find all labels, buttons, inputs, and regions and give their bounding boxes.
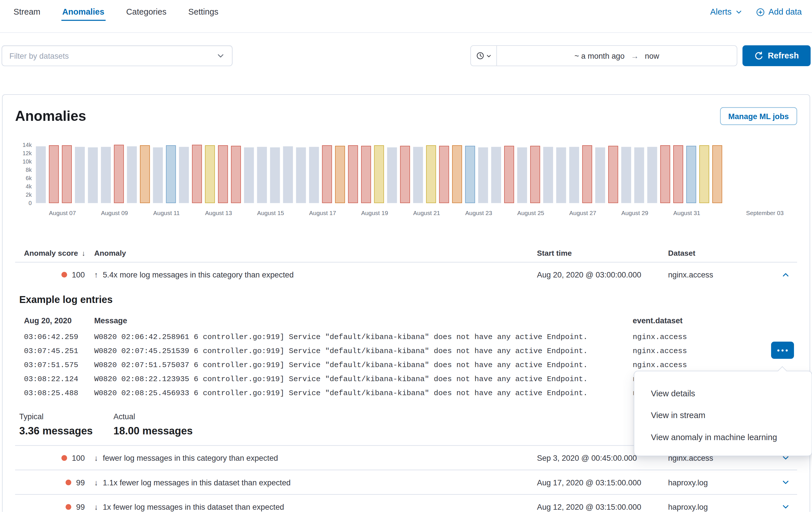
chart-bar[interactable] — [179, 147, 189, 203]
chart-bar[interactable] — [517, 147, 527, 203]
x-tick-label: August 13 — [205, 210, 232, 216]
chart-bar[interactable] — [335, 145, 345, 203]
dataset-filter-select[interactable]: Filter by datasets — [1, 45, 232, 66]
chart-bar[interactable] — [673, 145, 683, 203]
log-entry-actions-button[interactable] — [771, 342, 794, 359]
actual-stat: Actual 18.00 messages — [113, 412, 207, 437]
chart-bar[interactable] — [283, 146, 293, 203]
x-tick-label: August 17 — [309, 210, 336, 216]
chart-bar[interactable] — [49, 145, 59, 203]
chart-bar[interactable] — [244, 147, 254, 203]
manage-ml-jobs-button[interactable]: Manage ML jobs — [720, 107, 797, 125]
arrow-down-icon: ↓ — [94, 478, 98, 486]
chart-bar[interactable] — [465, 145, 475, 203]
chart-bar[interactable] — [127, 146, 137, 203]
x-tick-label: August 11 — [153, 210, 180, 216]
chart-bar[interactable] — [608, 145, 618, 203]
chart-bar[interactable] — [88, 147, 98, 203]
expand-row-button[interactable] — [778, 475, 793, 489]
filter-bar: Filter by datasets ~ a month ago → now — [1, 45, 811, 66]
chart-bar[interactable] — [361, 145, 371, 203]
chart-bar[interactable] — [491, 147, 501, 203]
chart-bar[interactable] — [426, 145, 436, 203]
chart-bar[interactable] — [257, 147, 267, 203]
anomaly-row-3[interactable]: 99 ↓ 1x fewer log messages in this datas… — [15, 495, 797, 512]
quick-select-time-button[interactable] — [471, 46, 497, 65]
x-tick-label: August 29 — [621, 210, 648, 216]
chart-bar[interactable] — [309, 147, 319, 203]
chart-bar[interactable] — [166, 145, 176, 203]
actual-value: 18.00 messages — [113, 425, 207, 437]
add-data-button[interactable]: Add data — [756, 7, 802, 17]
column-header-start-time: Start time — [537, 248, 668, 257]
dataset-cell: nginx.access — [668, 270, 774, 279]
chart-bar[interactable] — [595, 147, 605, 203]
tab-anomalies[interactable]: Anomalies — [61, 3, 105, 21]
tab-categories[interactable]: Categories — [125, 3, 167, 21]
chart-bar[interactable] — [62, 145, 72, 203]
log-dataset: nginx.access — [633, 358, 797, 372]
tab-stream[interactable]: Stream — [12, 3, 41, 21]
menu-item-view-in-stream[interactable]: View in stream — [634, 405, 812, 426]
chart-bar[interactable] — [660, 145, 670, 203]
start-time-cell: Aug 20, 2020 @ 03:00:00.000 — [537, 270, 668, 279]
menu-item-view-details[interactable]: View details — [634, 383, 812, 405]
chart-bar[interactable] — [556, 147, 566, 203]
typical-stat: Typical 3.36 messages — [19, 412, 113, 437]
log-time: 03:06:42.259 — [24, 330, 94, 344]
refresh-button[interactable]: Refresh — [743, 45, 811, 66]
x-tick-label: August 15 — [257, 210, 284, 216]
start-time-cell: Aug 17, 2020 @ 03:15:00.000 — [537, 478, 668, 486]
chart-bar[interactable] — [400, 145, 410, 203]
expand-row-button[interactable] — [778, 500, 793, 512]
menu-item-view-anomaly-in-ml[interactable]: View anomaly in machine learning — [634, 426, 812, 448]
chart-bar[interactable] — [192, 145, 202, 203]
chart-bar[interactable] — [478, 147, 488, 203]
chart-bar[interactable] — [530, 145, 540, 203]
chart-bar[interactable] — [634, 147, 644, 203]
chevron-down-icon — [486, 53, 492, 59]
chart-bar[interactable] — [322, 145, 332, 203]
chart-bar[interactable] — [699, 145, 709, 203]
chart-bar[interactable] — [569, 147, 579, 203]
tab-settings[interactable]: Settings — [187, 3, 219, 21]
anomaly-cell: ↓ 1x fewer log messages in this dataset … — [94, 502, 537, 511]
chart-bar[interactable] — [687, 145, 696, 203]
chart-bar[interactable] — [504, 145, 514, 203]
chart-bar[interactable] — [270, 147, 280, 203]
chart-bar[interactable] — [621, 147, 631, 203]
chart-bar[interactable] — [387, 147, 397, 203]
chart-bar[interactable] — [296, 147, 306, 203]
anomaly-score-cell: 100 — [24, 270, 94, 279]
chart-bar[interactable] — [140, 145, 150, 203]
chart-bar[interactable] — [75, 147, 85, 203]
alerts-menu-button[interactable]: Alerts — [710, 7, 743, 17]
column-header-anomaly-score[interactable]: Anomaly score ↓ — [24, 248, 94, 257]
end-date-button[interactable]: now — [645, 51, 659, 60]
chart-bar[interactable] — [582, 145, 592, 203]
log-message: W0820 02:07:45.251539 6 controller.go:91… — [94, 344, 633, 358]
chart-bar[interactable] — [205, 145, 215, 203]
x-tick-label: September 03 — [746, 210, 784, 216]
chart-bar[interactable] — [374, 145, 384, 203]
chart-bar[interactable] — [114, 145, 124, 203]
chart-bar[interactable] — [439, 145, 449, 203]
log-entry-row: 03:07:51.575 W0820 02:07:51.575037 6 con… — [15, 358, 797, 372]
chart-bar[interactable] — [543, 147, 553, 203]
chart-bar[interactable] — [101, 147, 111, 203]
collapse-row-button[interactable] — [778, 267, 793, 282]
chart-bar[interactable] — [713, 145, 722, 203]
chart-bar[interactable] — [452, 145, 462, 203]
chart-bar[interactable] — [153, 147, 163, 203]
chart-bar[interactable] — [413, 147, 423, 203]
anomaly-row-0[interactable]: 100 ↑ 5.4x more log messages in this cat… — [15, 263, 797, 287]
y-tick-label: 0 — [29, 200, 32, 206]
chart-bar[interactable] — [647, 147, 657, 203]
log-table-header: Aug 20, 2020 Message event.dataset — [15, 316, 797, 325]
chart-bar[interactable] — [218, 145, 228, 203]
start-date-button[interactable]: ~ a month ago — [575, 51, 625, 60]
chart-bar[interactable] — [348, 145, 358, 203]
chart-bar[interactable] — [36, 146, 46, 203]
chart-bar[interactable] — [231, 145, 241, 203]
anomaly-row-2[interactable]: 99 ↓ 1.1x fewer log messages in this dat… — [15, 470, 797, 494]
